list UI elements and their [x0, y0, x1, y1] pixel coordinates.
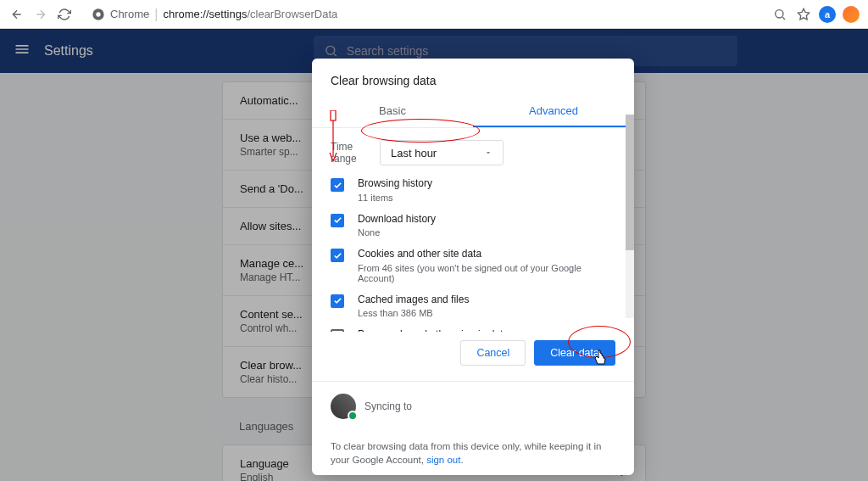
back-button[interactable]	[5, 3, 29, 26]
sync-row: Syncing to	[312, 381, 634, 431]
dialog-title: Clear browsing data	[312, 59, 634, 96]
check-label: Cookies and other site data	[358, 248, 615, 261]
check-label: Download history	[358, 213, 436, 227]
check-sublabel: From 46 sites (you won't be signed out o…	[358, 263, 615, 283]
avatar	[331, 394, 356, 419]
check-item[interactable]: Browsing history11 items	[331, 177, 615, 203]
check-sublabel: 11 items	[358, 193, 432, 203]
checkbox[interactable]	[331, 214, 344, 227]
svg-point-2	[776, 9, 783, 17]
dialog-tabs: Basic Advanced	[312, 96, 634, 128]
time-range-select[interactable]: Last hour	[380, 140, 504, 165]
check-sublabel: None	[358, 227, 436, 238]
clear-data-dialog: Clear browsing data Basic Advanced Time …	[312, 59, 634, 475]
sign-out-link[interactable]: sign out	[426, 455, 460, 465]
check-item[interactable]: Passwords and other sign-in dataNone	[331, 328, 615, 332]
extension-icon-1[interactable]: a	[819, 6, 836, 23]
checkbox[interactable]	[331, 294, 344, 308]
time-range-label: Time range	[331, 141, 380, 165]
star-icon[interactable]	[792, 3, 815, 26]
check-label: Passwords and other sign-in data	[358, 328, 509, 332]
extension-icon-2[interactable]	[843, 6, 860, 23]
url-scheme: Chrome	[110, 8, 149, 20]
check-item[interactable]: Download historyNone	[331, 213, 615, 238]
url-path[interactable]: /clearBrowserData	[247, 8, 337, 20]
checkbox[interactable]	[331, 329, 344, 332]
check-label: Cached images and files	[358, 294, 469, 307]
check-sublabel: Less than 386 MB	[358, 308, 469, 318]
forward-button[interactable]	[29, 3, 53, 26]
reload-button[interactable]	[53, 3, 76, 26]
cancel-button[interactable]: Cancel	[460, 340, 526, 366]
footer-note: To clear browsing data from this device …	[312, 431, 634, 475]
sync-text: Syncing to	[364, 400, 412, 412]
svg-point-1	[96, 12, 100, 16]
check-item[interactable]: Cached images and filesLess than 386 MB	[331, 294, 615, 319]
scrollbar-thumb[interactable]	[626, 115, 634, 250]
url-host[interactable]: chrome://settings	[163, 8, 247, 20]
clear-data-button[interactable]: Clear data	[534, 340, 615, 366]
scrollbar[interactable]	[626, 115, 634, 318]
search-icon[interactable]	[768, 3, 792, 26]
chrome-icon	[92, 8, 105, 21]
checkbox[interactable]	[331, 249, 344, 262]
dropdown-arrow-icon	[484, 148, 492, 157]
browser-toolbar: Chrome | chrome://settings /clearBrowser…	[0, 0, 868, 29]
tab-basic[interactable]: Basic	[312, 96, 473, 127]
sync-badge-icon	[348, 411, 358, 421]
check-label: Browsing history	[358, 177, 432, 191]
tab-advanced[interactable]: Advanced	[473, 96, 634, 127]
checkbox[interactable]	[331, 178, 344, 192]
check-item[interactable]: Cookies and other site dataFrom 46 sites…	[331, 248, 615, 283]
dialog-body: Time range Last hour Browsing history11 …	[312, 128, 634, 332]
